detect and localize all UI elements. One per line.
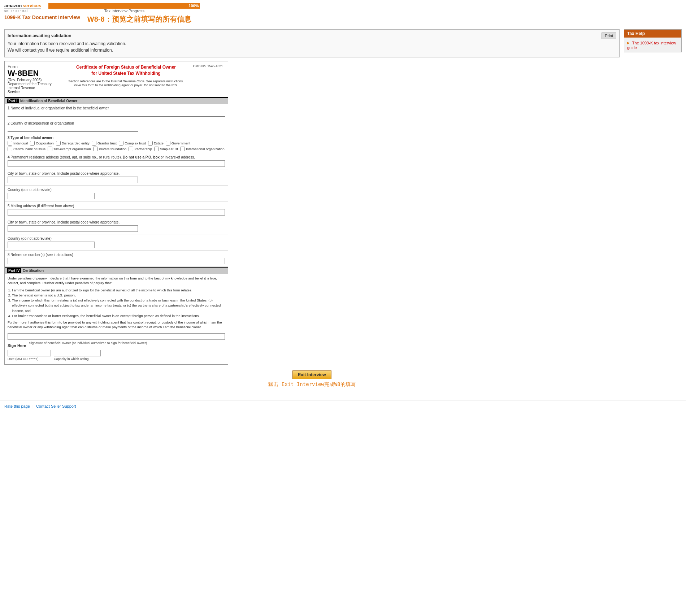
field3-group: 3 Type of beneficial owner: Individual C… bbox=[5, 134, 228, 153]
field4b-input[interactable] bbox=[8, 177, 138, 183]
penalty-list: I am the beneficial owner (or am authori… bbox=[5, 288, 228, 319]
cb-individual-input[interactable] bbox=[8, 141, 12, 146]
field5c-label: Country (do not abbreviate) bbox=[8, 237, 225, 240]
field5-group: 5 Mailing address (if different from abo… bbox=[5, 202, 228, 218]
cb-government: Government bbox=[166, 141, 190, 146]
print-button[interactable]: Print bbox=[602, 32, 616, 39]
cb-estate: Estate bbox=[148, 141, 164, 146]
capacity-group: Capacity in which acting bbox=[54, 350, 101, 361]
cb-disregarded-input[interactable] bbox=[56, 141, 61, 146]
cb-partnership-input[interactable] bbox=[129, 147, 133, 151]
field4-input[interactable] bbox=[8, 160, 225, 167]
form-omb: OMB No. 1545-1621 bbox=[188, 61, 228, 97]
sign-input[interactable] bbox=[8, 333, 225, 340]
field2-group: 2 Country of incorporation or organizati… bbox=[5, 119, 228, 134]
field5c-input[interactable] bbox=[8, 242, 95, 248]
cb-complex: Complex trust bbox=[119, 141, 146, 146]
sign-here-label: Sign Here bbox=[8, 343, 26, 348]
field4c-group: Country (do not abbreviate) bbox=[5, 186, 228, 202]
field2-label: 2 Country of incorporation or organizati… bbox=[8, 121, 225, 125]
cb-central-label: Central bank of issue bbox=[13, 147, 45, 151]
field1-input[interactable] bbox=[8, 111, 225, 117]
date-group: Date (MM-DD-YYYY) bbox=[8, 350, 51, 361]
cb-complex-input[interactable] bbox=[119, 141, 123, 146]
field4-group: 4 Permanent residence address (street, a… bbox=[5, 153, 228, 169]
form-instructions: Section references are to the Internal R… bbox=[68, 79, 184, 84]
amazon-logo: amazon services seller central bbox=[4, 3, 41, 13]
cb-taxexempt-input[interactable] bbox=[48, 147, 52, 151]
field5b-label: City or town, state or province. Include… bbox=[8, 220, 225, 224]
cb-intl-label: International organization bbox=[186, 147, 225, 151]
sign-input-row bbox=[8, 333, 225, 340]
field5-input[interactable] bbox=[8, 209, 225, 216]
info-box: Information awaiting validation Print Yo… bbox=[4, 29, 620, 57]
cb-government-input[interactable] bbox=[166, 141, 170, 146]
sign-line-label: Signature of beneficial owner (or indivi… bbox=[29, 341, 225, 345]
furthermore-text: Furthermore, I authorize this form to be… bbox=[5, 318, 228, 331]
cert-title1: Certificate of Foreign Status of Benefic… bbox=[68, 64, 184, 70]
part1-bar: Part I Identification of Beneficial Owne… bbox=[5, 97, 228, 104]
exit-section: Exit Interview 猛击 Exit Interview完成W8的填写 bbox=[4, 365, 620, 390]
header: amazon services seller central 100% Tax … bbox=[0, 0, 686, 13]
form-dept2: Internal Revenue bbox=[8, 86, 61, 90]
cb-individual-label: Individual bbox=[13, 141, 28, 145]
progress-bar-fill bbox=[48, 3, 200, 9]
cb-individual: Individual bbox=[8, 141, 28, 146]
form-name: W-8BEN bbox=[8, 69, 61, 77]
sign-section: Sign Here Signature of beneficial owner … bbox=[5, 331, 228, 364]
cb-complex-label: Complex trust bbox=[125, 141, 146, 145]
field4c-input[interactable] bbox=[8, 193, 95, 199]
cb-partnership-label: Partnership bbox=[134, 147, 152, 151]
field2-input[interactable] bbox=[8, 126, 138, 132]
info-line2: We will contact you if we require additi… bbox=[8, 48, 616, 53]
main-layout: Information awaiting validation Print Yo… bbox=[0, 26, 686, 393]
form-dept1: Department of the Treasury bbox=[8, 82, 61, 86]
field4b-label: City or town, state or province. Include… bbox=[8, 172, 225, 175]
logo-amazon-text: amazon bbox=[4, 3, 22, 8]
cb-corporation-input[interactable] bbox=[30, 141, 35, 146]
sign-row: Sign Here Signature of beneficial owner … bbox=[8, 341, 225, 348]
exit-button[interactable]: Exit Interview bbox=[292, 370, 331, 379]
cb-grantor: Grantor trust bbox=[92, 141, 117, 146]
logo-seller-central: seller central bbox=[4, 8, 41, 13]
capacity-input[interactable] bbox=[54, 350, 101, 356]
cb-intl-input[interactable] bbox=[180, 147, 185, 151]
cb-taxexempt: Tax-exempt organization bbox=[48, 147, 91, 151]
form-service: Service bbox=[8, 90, 61, 94]
cb-intl: International organization bbox=[180, 147, 225, 151]
field5-label: 5 Mailing address (if different from abo… bbox=[8, 204, 225, 208]
cb-grantor-label: Grantor trust bbox=[97, 141, 117, 145]
date-label: Date (MM-DD-YYYY) bbox=[8, 357, 51, 361]
field5b-input[interactable] bbox=[8, 225, 138, 232]
page-title: 1099-K Tax Document Interview bbox=[4, 14, 80, 20]
footer: Rate this page | Contact Seller Support bbox=[0, 400, 686, 412]
cb-simple: Simple trust bbox=[154, 147, 178, 151]
field5c-group: Country (do not abbreviate) bbox=[5, 234, 228, 251]
tax-help-box: Tax Help ▸ The 1099-K tax interview guid… bbox=[624, 29, 682, 52]
tax-help-link-area: ▸ The 1099-K tax interview guide bbox=[624, 38, 681, 52]
info-box-header: Information awaiting validation Print bbox=[8, 32, 616, 39]
cb-grantor-input[interactable] bbox=[92, 141, 96, 146]
cb-simple-input[interactable] bbox=[154, 147, 159, 151]
exit-note: 猛击 Exit Interview完成W8的填写 bbox=[4, 381, 620, 388]
field8-input[interactable] bbox=[8, 258, 225, 264]
date-input[interactable] bbox=[8, 350, 51, 356]
progress-label: Tax Interview Progress bbox=[48, 9, 200, 13]
cb-private-input[interactable] bbox=[93, 147, 98, 151]
penalty-item-1: I am the beneficial owner (or am authori… bbox=[12, 288, 228, 293]
checkbox-grid: Individual Corporation Disregarded entit… bbox=[8, 141, 225, 151]
progress-percent: 100% bbox=[188, 3, 199, 9]
cb-central-input[interactable] bbox=[8, 147, 12, 151]
cb-estate-input[interactable] bbox=[148, 141, 153, 146]
cb-disregarded: Disregarded entity bbox=[56, 141, 90, 146]
tax-guide-link[interactable]: The 1099-K tax interview guide bbox=[627, 41, 676, 50]
field4-num: 4 bbox=[8, 155, 10, 159]
w8ben-form: Form W-8BEN (Rev. February 2006) Departm… bbox=[4, 61, 228, 365]
contact-seller-link[interactable]: Contact Seller Support bbox=[36, 404, 76, 408]
field4-end: or in-care-of address. bbox=[160, 155, 195, 159]
penalty-item-4: For broker transactions or barter exchan… bbox=[12, 313, 228, 318]
cb-partnership: Partnership bbox=[129, 147, 152, 151]
footer-separator: | bbox=[32, 404, 34, 408]
rate-page-link[interactable]: Rate this page bbox=[4, 404, 30, 408]
title-row: 1099-K Tax Document Interview W8-8：预览之前填… bbox=[0, 13, 686, 26]
